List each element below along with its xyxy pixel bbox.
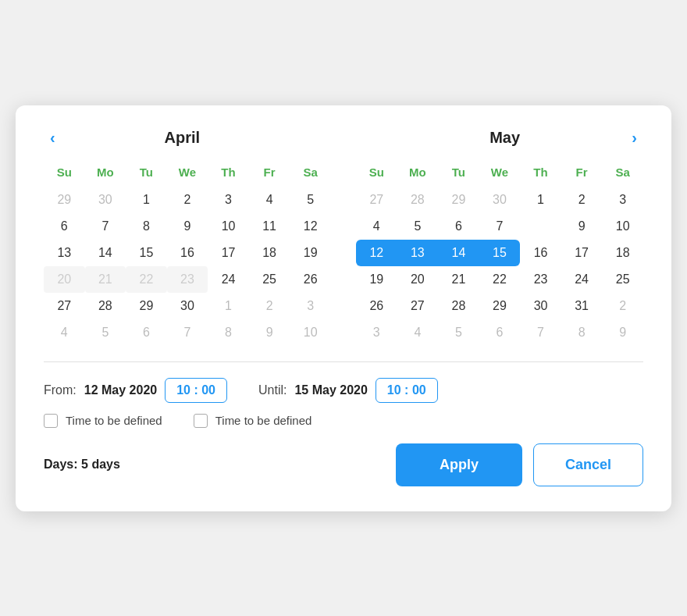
- calendar-day[interactable]: 27: [44, 293, 85, 319]
- day-header-mo: Mo: [85, 162, 126, 187]
- calendar-day[interactable]: 19: [356, 266, 397, 293]
- calendar-day[interactable]: 9: [167, 213, 208, 240]
- calendar-day[interactable]: 9: [602, 319, 643, 346]
- calendar-day[interactable]: 1: [126, 187, 167, 213]
- calendar-day[interactable]: 5: [397, 213, 439, 240]
- calendar-day[interactable]: 17: [561, 240, 603, 266]
- calendar-day[interactable]: 9: [249, 319, 290, 346]
- calendar-day[interactable]: 22: [126, 266, 167, 293]
- calendar-day[interactable]: 29: [479, 293, 521, 319]
- from-group: From: 12 May 2020 10 : 00: [44, 378, 227, 403]
- calendar-day[interactable]: 10: [602, 213, 643, 240]
- calendar-day[interactable]: 1: [208, 293, 249, 319]
- from-checkbox-group[interactable]: Time to be defined: [44, 414, 162, 428]
- calendar-day[interactable]: 12: [356, 240, 397, 266]
- calendar-day[interactable]: 26: [290, 266, 331, 293]
- calendar-day[interactable]: 3: [208, 187, 249, 213]
- calendar-day[interactable]: 15: [479, 240, 521, 266]
- calendar-day[interactable]: 8: [208, 319, 249, 346]
- calendar-day[interactable]: 30: [167, 293, 208, 319]
- calendar-day[interactable]: 18: [602, 240, 643, 266]
- calendar-day[interactable]: 2: [249, 293, 290, 319]
- calendar-day[interactable]: 14: [438, 240, 479, 266]
- calendar-day[interactable]: 3: [356, 319, 397, 346]
- calendar-day[interactable]: 24: [561, 266, 603, 293]
- calendar-day[interactable]: 12: [290, 213, 331, 240]
- april-days-header: SuMoTuWeThFrSa: [44, 162, 331, 187]
- calendar-day[interactable]: 1: [520, 187, 561, 213]
- until-checkbox[interactable]: [194, 414, 208, 428]
- calendar-day[interactable]: 4: [249, 187, 290, 213]
- next-month-button[interactable]: ›: [625, 127, 643, 148]
- calendar-day[interactable]: 28: [438, 293, 479, 319]
- calendar-day[interactable]: 7: [85, 213, 126, 240]
- calendar-day[interactable]: 5: [438, 319, 479, 346]
- prev-month-button[interactable]: ‹: [44, 127, 62, 148]
- calendar-day[interactable]: 7: [167, 319, 208, 346]
- until-time-box[interactable]: 10 : 00: [376, 378, 438, 403]
- calendar-day[interactable]: 6: [438, 213, 479, 240]
- calendar-day[interactable]: 10: [290, 319, 331, 346]
- calendar-day[interactable]: 4: [397, 319, 439, 346]
- may-title: May: [489, 129, 520, 147]
- calendar-day[interactable]: 26: [356, 293, 397, 319]
- calendar-day[interactable]: 7: [520, 319, 561, 346]
- calendar-day[interactable]: 13: [44, 240, 85, 266]
- calendar-day[interactable]: 19: [290, 240, 331, 266]
- calendar-day[interactable]: 7: [479, 213, 521, 240]
- calendar-day[interactable]: 30: [85, 187, 126, 213]
- calendar-day[interactable]: 31: [561, 293, 603, 319]
- calendar-day[interactable]: 16: [167, 240, 208, 266]
- calendar-day[interactable]: 15: [126, 240, 167, 266]
- calendar-day[interactable]: 18: [249, 240, 290, 266]
- calendar-day[interactable]: 21: [438, 266, 479, 293]
- calendar-day[interactable]: 23: [520, 266, 561, 293]
- calendar-day[interactable]: 27: [397, 293, 439, 319]
- calendar-day[interactable]: 11: [249, 213, 290, 240]
- calendar-day[interactable]: 5: [85, 319, 126, 346]
- calendar-day[interactable]: 3: [602, 187, 643, 213]
- bottom-section: From: 12 May 2020 10 : 00 Until: 15 May …: [44, 378, 643, 486]
- calendar-day[interactable]: 28: [85, 293, 126, 319]
- calendar-day[interactable]: 22: [479, 266, 521, 293]
- calendar-day[interactable]: 6: [126, 319, 167, 346]
- calendar-day[interactable]: 30: [520, 293, 561, 319]
- calendar-day[interactable]: 28: [397, 187, 439, 213]
- calendar-day[interactable]: 27: [356, 187, 397, 213]
- calendar-day[interactable]: 2: [602, 293, 643, 319]
- calendar-day[interactable]: 17: [208, 240, 249, 266]
- calendar-day[interactable]: 25: [602, 266, 643, 293]
- calendar-day[interactable]: 2: [561, 187, 603, 213]
- from-checkbox[interactable]: [44, 414, 58, 428]
- calendar-day[interactable]: 24: [208, 266, 249, 293]
- calendar-day[interactable]: 29: [44, 187, 85, 213]
- calendar-day[interactable]: 20: [397, 266, 439, 293]
- until-label: Until:: [258, 383, 287, 397]
- calendar-day[interactable]: 9: [561, 213, 603, 240]
- cancel-button[interactable]: Cancel: [533, 443, 643, 486]
- calendar-day[interactable]: 29: [126, 293, 167, 319]
- calendar-day[interactable]: 13: [397, 240, 439, 266]
- day-header-mo: Mo: [397, 162, 439, 187]
- calendar-day[interactable]: 21: [85, 266, 126, 293]
- until-checkbox-group[interactable]: Time to be defined: [194, 414, 312, 428]
- calendar-day[interactable]: 8: [561, 319, 603, 346]
- calendar-day[interactable]: 4: [44, 319, 85, 346]
- calendar-day[interactable]: 25: [249, 266, 290, 293]
- calendar-day[interactable]: 10: [208, 213, 249, 240]
- from-time-box[interactable]: 10 : 00: [165, 378, 227, 403]
- calendar-day[interactable]: 29: [438, 187, 479, 213]
- calendar-day[interactable]: 23: [167, 266, 208, 293]
- apply-button[interactable]: Apply: [396, 443, 522, 486]
- calendar-day[interactable]: 4: [356, 213, 397, 240]
- calendar-day[interactable]: 5: [290, 187, 331, 213]
- calendar-day[interactable]: 30: [479, 187, 521, 213]
- calendar-day[interactable]: 2: [167, 187, 208, 213]
- calendar-day[interactable]: 20: [44, 266, 85, 293]
- calendar-day[interactable]: 3: [290, 293, 331, 319]
- calendar-day[interactable]: 14: [85, 240, 126, 266]
- calendar-day[interactable]: 6: [44, 213, 85, 240]
- calendar-day[interactable]: 8: [126, 213, 167, 240]
- calendar-day[interactable]: 6: [479, 319, 521, 346]
- calendar-day[interactable]: 16: [520, 240, 561, 266]
